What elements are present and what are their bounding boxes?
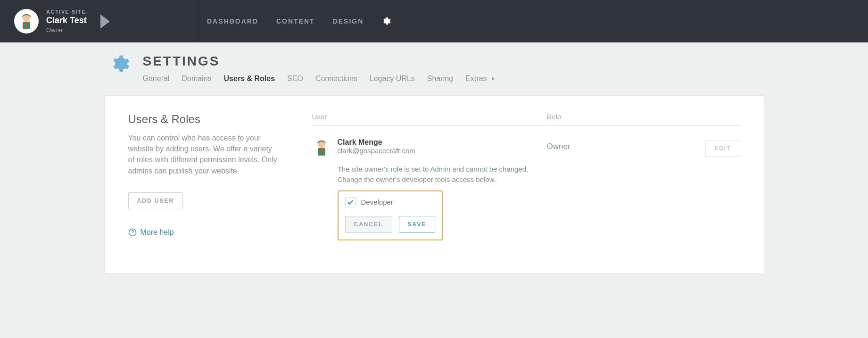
nav-content[interactable]: CONTENT bbox=[276, 17, 315, 25]
developer-highlight: Developer CANCEL SAVE bbox=[338, 190, 443, 240]
card-left: Users & Roles You can control who has ac… bbox=[128, 113, 298, 240]
subnav-users-roles[interactable]: Users & Roles bbox=[224, 74, 275, 83]
developer-checkbox[interactable] bbox=[345, 197, 355, 207]
caret-right-icon bbox=[98, 13, 112, 30]
subnav-extras[interactable]: Extras bbox=[465, 74, 496, 83]
svg-point-4 bbox=[132, 234, 132, 234]
table-header: User Role bbox=[312, 113, 740, 126]
svg-rect-7 bbox=[321, 148, 322, 154]
site-avatar bbox=[14, 9, 39, 33]
card-right: User Role Clark Menge bbox=[312, 113, 740, 240]
user-avatar bbox=[312, 138, 331, 157]
active-site-label: ACTIVE SITE bbox=[46, 9, 87, 15]
page-header: SETTINGS General Domains Users & Roles S… bbox=[109, 54, 764, 83]
settings-icon bbox=[109, 54, 130, 76]
user-email: clark@gospacecraft.com bbox=[338, 147, 547, 155]
subnav-domains[interactable]: Domains bbox=[182, 74, 211, 83]
primary-nav: DASHBOARD CONTENT DESIGN bbox=[207, 16, 391, 26]
avatar-illustration-icon bbox=[312, 138, 331, 157]
page: SETTINGS General Domains Users & Roles S… bbox=[0, 42, 868, 297]
nav-design[interactable]: DESIGN bbox=[333, 17, 364, 25]
subnav-legacy-urls[interactable]: Legacy URLs bbox=[370, 74, 415, 83]
check-icon bbox=[347, 199, 354, 206]
user-name: Clark Menge bbox=[338, 138, 547, 147]
nav-divider bbox=[198, 0, 198, 42]
developer-label: Developer bbox=[361, 198, 393, 206]
page-title: SETTINGS bbox=[143, 54, 496, 69]
column-user: User bbox=[312, 113, 547, 121]
active-site-block: ACTIVE SITE Clark Test Owner bbox=[14, 9, 198, 33]
more-help-label: More help bbox=[141, 228, 174, 237]
section-title: Users & Roles bbox=[128, 113, 298, 126]
user-row: Clark Menge clark@gospacecraft.com The s… bbox=[312, 138, 740, 240]
cancel-button[interactable]: CANCEL bbox=[345, 216, 392, 233]
site-role: Owner bbox=[46, 26, 87, 33]
add-user-button[interactable]: ADD USER bbox=[128, 192, 183, 209]
column-actions bbox=[688, 113, 740, 121]
users-roles-card: Users & Roles You can control who has ac… bbox=[104, 95, 764, 274]
user-role: Owner bbox=[547, 138, 688, 151]
column-role: Role bbox=[547, 113, 688, 121]
section-description: You can control who has access to your w… bbox=[128, 132, 279, 176]
site-name: Clark Test bbox=[46, 16, 87, 25]
subnav-seo[interactable]: SEO bbox=[287, 74, 303, 83]
subnav-extras-label: Extras bbox=[465, 74, 487, 82]
nav-settings[interactable] bbox=[381, 16, 391, 26]
edit-user-button[interactable]: EDIT bbox=[705, 140, 740, 157]
nav-dashboard[interactable]: DASHBOARD bbox=[207, 17, 258, 25]
owner-role-note: The site owner's role is set to Admin an… bbox=[338, 164, 547, 185]
more-help-link[interactable]: More help bbox=[128, 228, 174, 237]
save-button[interactable]: SAVE bbox=[399, 216, 436, 233]
site-meta: ACTIVE SITE Clark Test Owner bbox=[46, 9, 87, 33]
gear-icon bbox=[109, 54, 130, 74]
subnav-sharing[interactable]: Sharing bbox=[427, 74, 453, 83]
svg-rect-2 bbox=[25, 22, 27, 27]
site-switcher-caret[interactable] bbox=[98, 14, 112, 28]
subnav-general[interactable]: General bbox=[143, 74, 170, 83]
avatar-illustration-icon bbox=[17, 12, 36, 31]
help-icon bbox=[128, 228, 137, 237]
caret-right-icon bbox=[489, 74, 496, 82]
subnav-connections[interactable]: Connections bbox=[315, 74, 357, 83]
settings-subnav: General Domains Users & Roles SEO Connec… bbox=[143, 74, 496, 83]
topbar: ACTIVE SITE Clark Test Owner DASHBOARD C… bbox=[0, 0, 868, 42]
gear-icon bbox=[381, 16, 391, 26]
